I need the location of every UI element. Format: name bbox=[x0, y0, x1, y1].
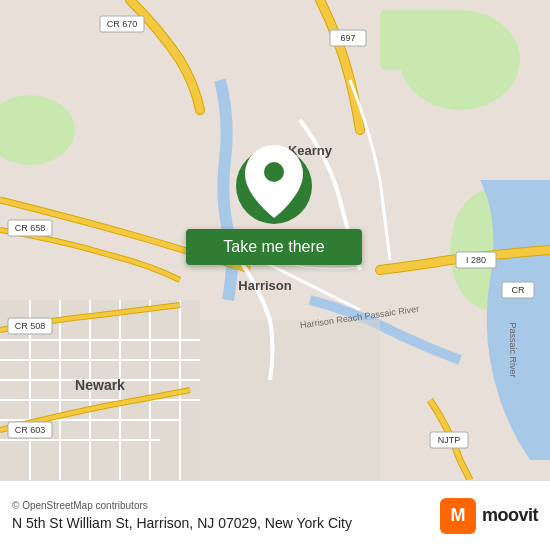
info-left: © OpenStreetMap contributors N 5th St Wi… bbox=[12, 500, 352, 531]
svg-text:CR 508: CR 508 bbox=[15, 321, 46, 331]
address-text: N 5th St William St, Harrison, NJ 07029,… bbox=[12, 515, 352, 531]
map-container: CR 670 697 CR 658 CR 508 I 280 CR 603 NJ… bbox=[0, 0, 550, 480]
moovit-text: moovit bbox=[482, 505, 538, 526]
svg-rect-4 bbox=[380, 10, 460, 70]
svg-text:CR 670: CR 670 bbox=[107, 19, 138, 29]
moovit-letter: M bbox=[450, 505, 465, 526]
svg-text:CR 603: CR 603 bbox=[15, 425, 46, 435]
svg-text:697: 697 bbox=[340, 33, 355, 43]
svg-text:Passaic River: Passaic River bbox=[508, 322, 518, 377]
take-me-there-button[interactable]: Take me there bbox=[186, 229, 362, 265]
credit-text: © OpenStreetMap contributors bbox=[12, 500, 148, 511]
svg-text:Newark: Newark bbox=[75, 377, 125, 393]
svg-point-41 bbox=[264, 162, 284, 182]
info-bar: © OpenStreetMap contributors N 5th St Wi… bbox=[0, 480, 550, 550]
svg-text:CR 658: CR 658 bbox=[15, 223, 46, 233]
moovit-logo: M moovit bbox=[440, 498, 538, 534]
svg-text:I 280: I 280 bbox=[466, 255, 486, 265]
svg-text:Harrison: Harrison bbox=[238, 278, 292, 293]
openstreetmap-credit: © OpenStreetMap contributors bbox=[12, 500, 352, 511]
svg-text:NJTP: NJTP bbox=[438, 435, 461, 445]
moovit-icon: M bbox=[440, 498, 476, 534]
svg-rect-6 bbox=[200, 320, 380, 480]
svg-text:CR: CR bbox=[512, 285, 525, 295]
